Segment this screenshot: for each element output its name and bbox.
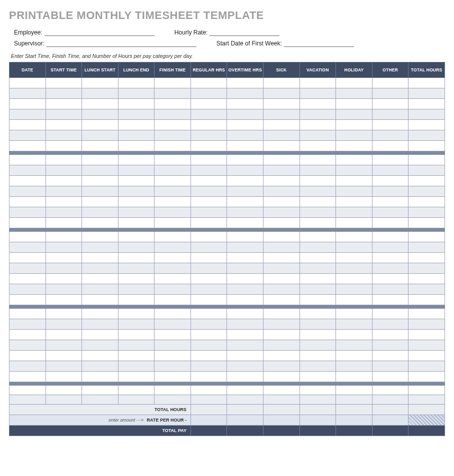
cell[interactable] (227, 218, 264, 228)
cell[interactable] (154, 78, 191, 88)
cell[interactable] (227, 141, 264, 151)
cell[interactable] (372, 130, 408, 141)
cell[interactable] (372, 165, 408, 176)
cell[interactable] (372, 319, 408, 330)
cell[interactable] (300, 340, 336, 351)
cell[interactable] (300, 319, 336, 330)
cell[interactable] (264, 109, 300, 120)
cell[interactable] (10, 253, 46, 263)
cell[interactable] (118, 274, 154, 284)
cell[interactable] (300, 165, 336, 176)
rate-sick[interactable] (264, 415, 300, 426)
cell[interactable] (336, 109, 372, 120)
cell[interactable] (82, 351, 118, 361)
cell[interactable] (264, 120, 300, 130)
cell[interactable] (82, 263, 118, 274)
cell[interactable] (82, 274, 118, 284)
cell[interactable] (372, 186, 408, 197)
cell[interactable] (227, 263, 264, 274)
cell[interactable] (154, 340, 191, 351)
cell[interactable] (10, 120, 46, 130)
cell[interactable] (227, 78, 264, 88)
cell[interactable] (408, 309, 445, 319)
cell[interactable] (227, 372, 264, 382)
hourly-rate-field[interactable]: Hourly Rate: (174, 29, 280, 36)
cell[interactable] (264, 155, 300, 165)
cell[interactable] (82, 361, 118, 372)
pay-other[interactable] (372, 426, 408, 436)
cell[interactable] (154, 155, 191, 165)
cell[interactable] (264, 78, 300, 88)
cell[interactable] (408, 242, 445, 253)
cell[interactable] (154, 386, 191, 395)
cell[interactable] (190, 197, 227, 207)
cell[interactable] (82, 295, 118, 305)
cell[interactable] (46, 395, 82, 405)
cell[interactable] (336, 274, 372, 284)
cell[interactable] (190, 395, 227, 405)
cell[interactable] (190, 263, 227, 274)
cell[interactable] (118, 176, 154, 186)
total-hours-other[interactable] (372, 405, 408, 415)
cell[interactable] (300, 395, 336, 405)
cell[interactable] (264, 197, 300, 207)
cell[interactable] (46, 284, 82, 295)
cell[interactable] (190, 186, 227, 197)
cell[interactable] (10, 351, 46, 361)
cell[interactable] (82, 232, 118, 242)
cell[interactable] (227, 130, 264, 141)
cell[interactable] (408, 319, 445, 330)
pay-sick[interactable] (264, 426, 300, 436)
cell[interactable] (336, 372, 372, 382)
cell[interactable] (336, 253, 372, 263)
cell[interactable] (336, 232, 372, 242)
cell[interactable] (154, 263, 191, 274)
cell[interactable] (82, 242, 118, 253)
cell[interactable] (190, 109, 227, 120)
cell[interactable] (408, 284, 445, 295)
cell[interactable] (408, 186, 445, 197)
cell[interactable] (10, 99, 46, 109)
cell[interactable] (118, 120, 154, 130)
cell[interactable] (372, 155, 408, 165)
cell[interactable] (154, 319, 191, 330)
cell[interactable] (372, 99, 408, 109)
cell[interactable] (118, 242, 154, 253)
pay-overtime[interactable] (227, 426, 264, 436)
cell[interactable] (46, 295, 82, 305)
cell[interactable] (82, 130, 118, 141)
pay-vacation[interactable] (300, 426, 336, 436)
cell[interactable] (190, 165, 227, 176)
cell[interactable] (264, 130, 300, 141)
rate-holiday[interactable] (336, 415, 372, 426)
cell[interactable] (300, 120, 336, 130)
cell[interactable] (372, 88, 408, 99)
cell[interactable] (300, 253, 336, 263)
total-hours-overtime[interactable] (227, 405, 264, 415)
cell[interactable] (46, 109, 82, 120)
cell[interactable] (154, 99, 191, 109)
cell[interactable] (264, 340, 300, 351)
cell[interactable] (10, 386, 46, 395)
cell[interactable] (264, 176, 300, 186)
hourly-rate-input-line[interactable] (210, 29, 280, 36)
cell[interactable] (227, 386, 264, 395)
cell[interactable] (227, 109, 264, 120)
cell[interactable] (154, 130, 191, 141)
cell[interactable] (264, 295, 300, 305)
cell[interactable] (190, 141, 227, 151)
employee-input-line[interactable] (44, 29, 154, 36)
cell[interactable] (82, 99, 118, 109)
cell[interactable] (227, 309, 264, 319)
cell[interactable] (264, 218, 300, 228)
cell[interactable] (372, 207, 408, 218)
cell[interactable] (118, 263, 154, 274)
cell[interactable] (118, 253, 154, 263)
cell[interactable] (82, 120, 118, 130)
cell[interactable] (190, 319, 227, 330)
cell[interactable] (118, 109, 154, 120)
cell[interactable] (46, 232, 82, 242)
cell[interactable] (372, 109, 408, 120)
cell[interactable] (82, 165, 118, 176)
cell[interactable] (227, 88, 264, 99)
